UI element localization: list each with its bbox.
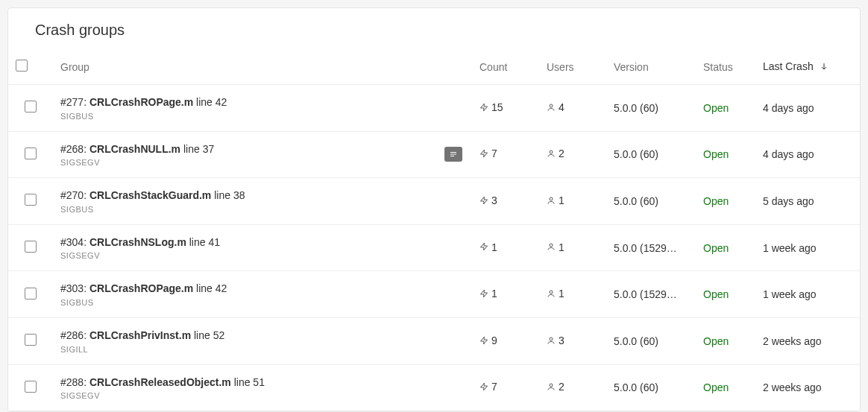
status-cell: Open: [696, 178, 755, 225]
version-value: 5.0.0 (60): [614, 195, 658, 207]
row-checkbox[interactable]: [25, 148, 37, 159]
row-checkbox-cell: [8, 131, 53, 178]
header-users[interactable]: Users: [539, 49, 606, 85]
group-title: #288: CRLCrashReleasedObject.m line 51: [60, 375, 427, 390]
count-cell: 9: [472, 317, 539, 364]
users-value: 1: [559, 288, 564, 300]
group-signal: SIGSEGV: [60, 391, 427, 400]
header-count[interactable]: Count: [472, 49, 539, 85]
row-checkbox-cell: [8, 224, 53, 271]
header-last-crash-label: Last Crash: [763, 60, 814, 72]
group-file: CRLCrashStackGuard.m: [89, 189, 211, 201]
card-title: Crash groups: [8, 8, 860, 49]
note-icon[interactable]: [444, 147, 462, 162]
group-title: #286: CRLCrashPrivInst.m line 52: [60, 329, 427, 343]
table-row[interactable]: #268: CRLCrashNULL.m line 37 SIGSEGV 7 2…: [8, 131, 860, 178]
group-signal: SIGILL: [60, 345, 427, 354]
lightning-icon: [479, 241, 488, 254]
group-id: #288:: [60, 376, 89, 388]
row-checkbox[interactable]: [25, 101, 37, 112]
svg-marker-6: [481, 150, 488, 157]
count-value: 15: [491, 101, 503, 113]
group-file: CRLCrashPrivInst.m: [89, 329, 191, 341]
users-cell: 1: [539, 271, 606, 318]
count-value: 3: [491, 194, 497, 206]
table-row[interactable]: #270: CRLCrashStackGuard.m line 38 SIGBU…: [8, 178, 860, 225]
group-signal: SIGSEGV: [60, 251, 427, 260]
svg-point-17: [550, 384, 553, 387]
version-value: 5.0.0 (60): [614, 381, 658, 393]
last-crash-cell: 2 weeks ago: [755, 317, 860, 364]
header-note: [435, 49, 472, 85]
users-cell: 2: [539, 131, 606, 178]
header-status[interactable]: Status: [696, 49, 755, 85]
version-cell: 5.0.0 (60): [606, 317, 696, 364]
last-crash-value: 1 week ago: [763, 242, 817, 254]
select-all-checkbox[interactable]: [16, 60, 28, 72]
user-icon: [547, 102, 556, 115]
row-checkbox[interactable]: [25, 334, 37, 346]
row-checkbox[interactable]: [25, 381, 37, 393]
status-value: Open: [703, 148, 729, 160]
group-line: line 42: [196, 96, 227, 108]
note-cell: [435, 178, 472, 225]
group-line: line 41: [189, 236, 220, 248]
count-cell: 7: [472, 131, 539, 178]
version-cell: 5.0.0 (60): [606, 85, 696, 132]
row-checkbox[interactable]: [25, 288, 37, 300]
version-cell: 5.0.0 (60): [606, 131, 696, 178]
row-checkbox-cell: [8, 364, 53, 411]
svg-marker-16: [481, 383, 488, 390]
count-cell: 1: [472, 271, 539, 318]
last-crash-value: 1 week ago: [763, 288, 817, 300]
count-cell: 7: [472, 364, 539, 411]
group-signal: SIGBUS: [60, 298, 427, 307]
crash-groups-card: Crash groups Group Count Users Version S…: [7, 7, 861, 412]
group-title: #270: CRLCrashStackGuard.m line 38: [60, 188, 427, 203]
table-row[interactable]: #288: CRLCrashReleasedObject.m line 51 S…: [8, 364, 860, 411]
table-row[interactable]: #304: CRLCrashNSLog.m line 41 SIGSEGV 1 …: [8, 224, 860, 271]
group-file: CRLCrashROPage.m: [89, 282, 193, 294]
lightning-icon: [479, 195, 488, 208]
table-row[interactable]: #303: CRLCrashROPage.m line 42 SIGBUS 1 …: [8, 271, 860, 318]
svg-point-2: [550, 104, 553, 107]
row-checkbox-cell: [8, 271, 53, 318]
group-id: #303:: [60, 282, 89, 294]
users-value: 4: [559, 101, 564, 113]
group-title: #277: CRLCrashROPage.m line 42: [60, 95, 427, 110]
header-last-crash[interactable]: Last Crash: [755, 49, 860, 85]
group-id: #286:: [60, 329, 89, 341]
status-cell: Open: [696, 364, 755, 411]
count-value: 1: [491, 288, 497, 300]
row-checkbox-cell: [8, 317, 53, 364]
status-value: Open: [703, 242, 729, 254]
count-value: 7: [491, 148, 497, 159]
group-cell: #288: CRLCrashReleasedObject.m line 51 S…: [53, 364, 435, 411]
lightning-icon: [479, 102, 488, 115]
status-cell: Open: [696, 271, 755, 318]
status-cell: Open: [696, 85, 755, 132]
last-crash-value: 2 weeks ago: [763, 381, 822, 393]
header-version[interactable]: Version: [606, 49, 696, 85]
group-cell: #286: CRLCrashPrivInst.m line 52 SIGILL: [53, 317, 435, 364]
header-group[interactable]: Group: [53, 49, 435, 85]
group-signal: SIGBUS: [60, 205, 427, 214]
version-cell: 5.0.0 (60): [606, 178, 696, 225]
svg-point-7: [550, 150, 553, 153]
last-crash-cell: 1 week ago: [755, 224, 860, 271]
svg-marker-14: [481, 337, 488, 344]
table-row[interactable]: #286: CRLCrashPrivInst.m line 52 SIGILL …: [8, 317, 860, 364]
version-cell: 5.0.0 (1529…: [606, 271, 696, 318]
row-checkbox[interactable]: [25, 241, 37, 253]
group-cell: #304: CRLCrashNSLog.m line 41 SIGSEGV: [53, 224, 435, 271]
svg-point-15: [550, 337, 553, 340]
table-row[interactable]: #277: CRLCrashROPage.m line 42 SIGBUS 15…: [8, 85, 860, 132]
user-icon: [547, 195, 556, 208]
status-cell: Open: [696, 224, 755, 271]
row-checkbox[interactable]: [25, 194, 37, 206]
group-title: #303: CRLCrashROPage.m line 42: [60, 282, 427, 297]
count-cell: 3: [472, 178, 539, 225]
users-value: 3: [559, 335, 564, 346]
group-signal: SIGSEGV: [60, 158, 427, 167]
group-line: line 37: [183, 143, 214, 155]
